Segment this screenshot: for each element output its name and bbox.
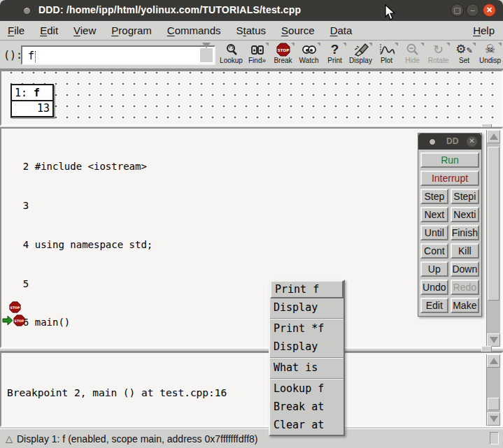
menu-commands[interactable]: Commands [160,24,229,36]
break-button[interactable]: STOP Break [270,42,296,68]
menu-item-what-is[interactable]: What is [270,359,343,377]
menu-status[interactable]: Status [229,24,274,36]
down-button[interactable]: Down [451,261,479,277]
run-button[interactable]: Run [420,152,479,168]
next-button[interactable]: Next [420,207,448,222]
source-scrollbar[interactable] [486,130,500,347]
hide-button: Hide [399,42,425,68]
console-scrollbar[interactable] [486,354,500,426]
svg-text:STOP: STOP [277,48,288,52]
gdb-console[interactable]: Breakpoint 2, main () at test.cpp:16 (gd… [0,352,503,427]
display-button[interactable]: Display [348,42,374,68]
menu-separator [270,318,343,319]
interrupt-button[interactable]: Interrupt [420,171,479,186]
magnifier-icon [218,42,244,57]
dropdown-marker-icon [317,43,320,50]
panel-menu-icon[interactable] [429,138,436,145]
dropdown-marker-icon [291,43,295,50]
undisplay-button[interactable]: ☠ Undisp [477,42,503,68]
stepi-button[interactable]: Stepi [451,189,479,204]
menu-item-lookup-f[interactable]: Lookup f [270,380,343,398]
dropdown-marker-icon [498,43,502,50]
finish-button[interactable]: Finish [451,225,479,240]
menu-separator [270,357,343,359]
svg-text:STOP: STOP [10,306,20,310]
menu-item-print-deref[interactable]: Print *f [270,320,343,338]
close-button[interactable]: ✕ [483,3,496,17]
dropdown-marker-icon [446,43,450,50]
status-triangle-icon: △ [6,433,13,444]
window-titlebar[interactable]: DDD: /home/ipp/html/yolinux.com/TUTORIAL… [0,0,503,21]
kill-button[interactable]: Kill [451,243,479,259]
menu-program[interactable]: Program [104,24,160,36]
svg-text:STOP: STOP [15,319,24,323]
plot-button[interactable]: Plot [374,42,399,68]
cont-button[interactable]: Cont [420,243,448,259]
menu-separator [270,378,343,380]
make-button[interactable]: Make [451,298,479,313]
menu-item-display-f[interactable]: Display [270,299,343,317]
mouse-cursor-icon [385,4,397,21]
panel-close-icon[interactable]: ✕ [467,136,477,147]
menu-help[interactable]: Help [465,24,503,36]
command-tool-panel[interactable]: DDD ✕ Run Interrupt Step Stepi Next Next… [418,133,482,317]
dropdown-marker-icon [472,43,476,50]
print-button[interactable]: ? Print [322,42,348,68]
toolbar-buttons: Lookup Find» STOP Break Watch ? Pr [218,42,503,70]
command-panel-titlebar[interactable]: DDD ✕ [418,133,481,150]
chevron-down-icon [202,43,211,60]
menu-data[interactable]: Data [323,24,360,36]
menu-item-display-deref[interactable]: Display [270,338,343,356]
source-context-menu: Print f Display Print *f Display What is… [269,280,345,436]
set-button[interactable]: ⚙✎ Set [451,42,477,68]
scrollbar-thumb[interactable] [488,147,500,301]
up-button[interactable]: Up [420,261,448,277]
data-display-canvas[interactable]: 1: f 13 [0,70,503,126]
argument-input[interactable]: f [21,45,215,65]
breakpoint-stop-icon[interactable]: STOP [13,315,25,326]
redo-button: Redo [451,280,479,295]
dropdown-marker-icon [343,43,346,50]
command-panel-body: Run Interrupt Step Stepi Next Nexti Unti… [418,150,481,316]
source-line: 4using namespace std; [11,238,212,252]
scroll-up-arrow-icon[interactable] [487,354,500,368]
nexti-button[interactable]: Nexti [451,207,479,222]
argument-label: (): [3,49,22,62]
lookup-button[interactable]: Lookup [218,42,244,68]
menu-item-clear-at[interactable]: Clear at [270,417,343,435]
menu-item-break-at[interactable]: Break at [270,398,343,417]
argument-dropdown-button[interactable] [200,48,213,62]
menu-source[interactable]: Source [274,24,323,36]
window-menu-icon[interactable] [23,7,31,15]
display-box-f[interactable]: 1: f 13 [10,84,54,117]
source-lines: 2#include <iostream> 3 4using namespace … [11,134,212,348]
argument-value: f [28,50,34,62]
undo-button[interactable]: Undo [420,280,448,295]
scrollbar-thumb[interactable] [488,398,500,410]
breakpoint-stop-icon[interactable]: STOP [9,301,21,313]
menu-edit[interactable]: Edit [32,24,66,36]
find-button[interactable]: Find» [244,42,270,68]
display-box-value: 13 [12,101,52,116]
watch-button[interactable]: Watch [296,42,322,68]
display-box-title: 1: f [12,85,52,101]
scroll-down-arrow-icon[interactable] [487,412,500,426]
status-message: Display 1: f (enabled, scope main, addre… [17,433,258,445]
until-button[interactable]: Until [420,225,448,240]
source-line: 2#include <iostream> [11,160,212,173]
scroll-down-arrow-icon[interactable] [487,333,500,347]
busy-indicator-icon [490,432,499,445]
edit-button[interactable]: Edit [420,298,448,313]
menubar: File Edit View Program Commands Status S… [0,21,503,41]
maximize-button[interactable]: ▢ [451,3,464,17]
scroll-up-arrow-icon[interactable] [487,130,500,143]
gdb-line: Breakpoint 2, main () at test.cpp:16 [7,386,227,400]
step-button[interactable]: Step [420,189,448,204]
menu-item-print-f[interactable]: Print f [270,280,343,298]
menu-file[interactable]: File [0,24,32,36]
toolbar: (): f Lookup Find» STOP Break [0,41,503,70]
rotate-button: ↻ Rotate [425,42,451,68]
panel-title: DDD [446,136,459,146]
minimize-button[interactable]: – [466,3,479,17]
menu-view[interactable]: View [66,24,104,36]
